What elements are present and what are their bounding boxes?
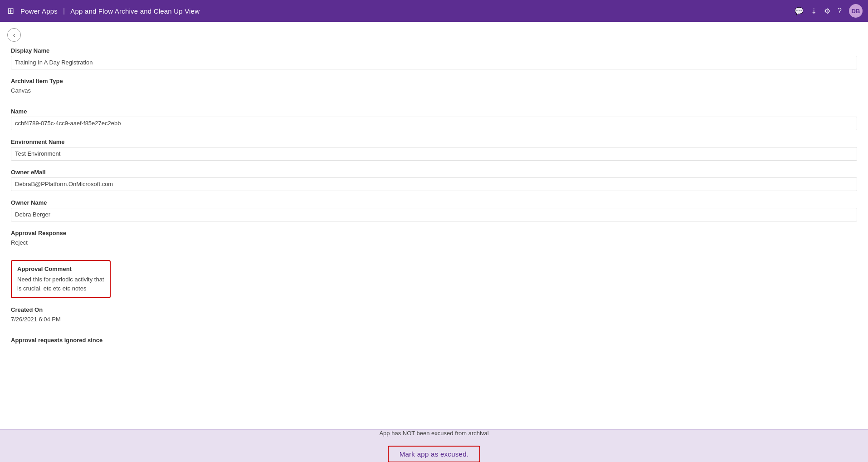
value-display-name: Training In A Day Registration (11, 56, 857, 69)
value-owner-name: Debra Berger (11, 208, 857, 221)
value-created-on: 7/26/2021 6:04 PM (11, 315, 857, 329)
settings-icon[interactable]: ⚙ (824, 7, 830, 15)
label-archival-item-type: Archival Item Type (11, 78, 857, 84)
bottom-action-bar: App has NOT been excused from archival M… (0, 429, 868, 462)
page-title: App and Flow Archive and Clean Up View (70, 7, 200, 15)
avatar[interactable]: DB (849, 4, 863, 18)
field-display-name: Display Name Training In A Day Registrat… (11, 47, 857, 69)
field-owner-email: Owner eMail DebraB@PPlatform.OnMicrosoft… (11, 169, 857, 191)
value-archival-item-type: Canvas (11, 86, 857, 100)
form-section: Display Name Training In A Day Registrat… (0, 45, 868, 388)
mark-excused-button[interactable]: Mark app as excused. (388, 446, 481, 462)
label-name: Name (11, 108, 857, 115)
value-environment-name: Test Environment (11, 147, 857, 161)
field-approval-requests-ignored: Approval requests ignored since (11, 337, 857, 344)
download-icon[interactable]: ⇣ (811, 7, 817, 15)
value-approval-comment: Need this for periodic activity that is … (17, 275, 104, 293)
field-approval-response: Approval Response Reject (11, 230, 857, 252)
label-approval-requests-ignored: Approval requests ignored since (11, 337, 857, 344)
main-content: ‹ Display Name Training In A Day Registr… (0, 22, 868, 462)
waffle-icon[interactable]: ⊞ (5, 4, 16, 18)
label-owner-email: Owner eMail (11, 169, 857, 176)
app-name: Power Apps (20, 7, 58, 15)
value-approval-response: Reject (11, 238, 857, 252)
approval-comment-box: Approval Comment Need this for periodic … (11, 260, 111, 298)
nav-separator: | (63, 7, 65, 15)
value-owner-email: DebraB@PPlatform.OnMicrosoft.com (11, 177, 857, 191)
field-archival-item-type: Archival Item Type Canvas (11, 78, 857, 100)
label-display-name: Display Name (11, 47, 857, 54)
field-created-on: Created On 7/26/2021 6:04 PM (11, 306, 857, 329)
excused-status-text: App has NOT been excused from archival (379, 430, 488, 437)
value-name: ccbf4789-075c-4cc9-aaef-f85e27ec2ebb (11, 117, 857, 130)
label-owner-name: Owner Name (11, 199, 857, 206)
field-name: Name ccbf4789-075c-4cc9-aaef-f85e27ec2eb… (11, 108, 857, 130)
back-button-row: ‹ (0, 22, 868, 45)
field-environment-name: Environment Name Test Environment (11, 138, 857, 161)
label-approval-comment: Approval Comment (17, 265, 104, 272)
field-owner-name: Owner Name Debra Berger (11, 199, 857, 221)
nav-icons-group: 💬 ⇣ ⚙ ? DB (795, 4, 863, 18)
label-approval-response: Approval Response (11, 230, 857, 236)
chat-icon[interactable]: 💬 (795, 7, 804, 15)
label-created-on: Created On (11, 306, 857, 313)
top-navigation: ⊞ Power Apps | App and Flow Archive and … (0, 0, 868, 22)
back-button[interactable]: ‹ (7, 28, 21, 42)
label-environment-name: Environment Name (11, 138, 857, 145)
help-icon[interactable]: ? (838, 7, 842, 15)
